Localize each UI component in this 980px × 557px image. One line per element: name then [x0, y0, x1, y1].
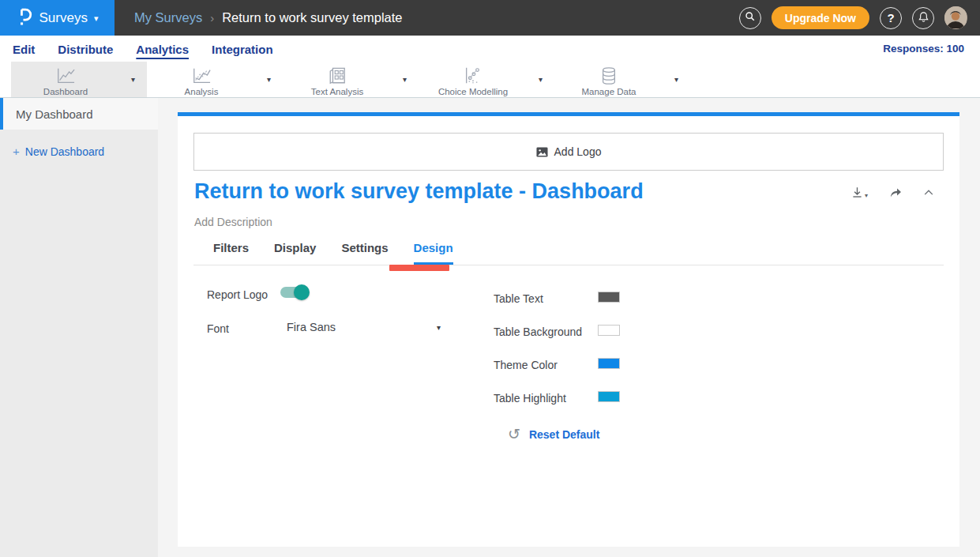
download-button[interactable]: ▾ [850, 186, 868, 199]
table-highlight-label: Table Highlight [494, 392, 566, 405]
sidebar-item-my-dashboard[interactable]: My Dashboard [0, 98, 158, 130]
reset-icon: ↺ [508, 428, 520, 441]
font-dropdown[interactable]: Fira Sans ▾ [287, 318, 441, 337]
chevron-down-icon: ▾ [437, 323, 441, 332]
toolbar-item-manage-data[interactable]: Manage Data ▾ [554, 62, 690, 97]
survey-section-nav: Edit Distribute Analytics Integration Re… [0, 36, 980, 62]
toggle-knob [294, 284, 310, 300]
breadcrumb-separator-icon: › [210, 11, 214, 24]
toolbar-item-label: Analysis [185, 87, 219, 96]
tab-display[interactable]: Display [274, 236, 316, 265]
tab-design[interactable]: Design [414, 236, 453, 265]
search-icon [745, 11, 756, 24]
table-text-color-swatch[interactable] [598, 292, 620, 303]
main-content-area: Add Logo Return to work survey template … [158, 98, 980, 557]
breadcrumb-current: Return to work survey template [222, 10, 402, 25]
toolbar-item-label: Manage Data [581, 87, 636, 96]
toolbar-item-label: Choice Modelling [438, 87, 508, 96]
app-window: Surveys ▾ My Surveys › Return to work su… [0, 0, 980, 557]
breadcrumb: My Surveys › Return to work survey templ… [134, 10, 403, 25]
dashboard-actions: ▾ [850, 186, 934, 199]
toolbar-item-label: Text Analysis [311, 87, 363, 96]
add-logo-label: Add Logo [554, 145, 602, 158]
page-title: Return to work survey template - Dashboa… [194, 179, 644, 204]
red-highlight-annotation [389, 265, 449, 271]
toolbar-item-text-analysis[interactable]: Text Analysis ▾ [283, 62, 419, 97]
tab-settings[interactable]: Settings [341, 236, 388, 265]
product-label: Surveys [39, 10, 88, 26]
theme-color-swatch[interactable] [598, 358, 620, 369]
notifications-button[interactable] [912, 7, 934, 29]
toolbar-item-choice-modelling[interactable]: Choice Modelling ▾ [419, 62, 554, 97]
add-description-field[interactable]: Add Description [194, 216, 272, 228]
table-background-color-swatch[interactable] [598, 325, 620, 336]
product-switcher[interactable]: Surveys ▾ [0, 0, 115, 36]
top-header-bar: Surveys ▾ My Surveys › Return to work su… [0, 0, 980, 36]
database-icon [599, 66, 619, 85]
dashboard-sidebar: My Dashboard + New Dashboard [0, 98, 158, 557]
table-highlight-color-swatch[interactable] [598, 391, 620, 402]
new-dashboard-button[interactable]: + New Dashboard [13, 145, 158, 158]
chevron-down-icon[interactable]: ▾ [267, 75, 271, 84]
new-dashboard-label: New Dashboard [25, 145, 104, 158]
theme-color-label: Theme Color [494, 359, 558, 371]
question-mark-icon: ? [887, 11, 894, 24]
add-logo-button[interactable]: Add Logo [193, 133, 944, 171]
analytics-toolbar: Dashboard ▾ Analysis ▾ Text Analysis ▾ [0, 62, 980, 98]
collapse-chevron-button[interactable] [923, 189, 934, 196]
chevron-down-icon: ▾ [94, 13, 99, 24]
chevron-down-icon[interactable]: ▾ [403, 75, 407, 84]
table-text-label: Table Text [494, 292, 543, 305]
table-background-label: Table Background [494, 326, 582, 338]
body: My Dashboard + New Dashboard Add Logo Re… [0, 98, 980, 557]
tab-filters[interactable]: Filters [213, 236, 249, 265]
nav-item-analytics[interactable]: Analytics [136, 41, 189, 56]
nav-item-distribute[interactable]: Distribute [58, 41, 113, 56]
chevron-down-icon: ▾ [865, 192, 868, 199]
toolbar-item-dashboard[interactable]: Dashboard ▾ [11, 62, 147, 97]
chevron-down-icon[interactable]: ▾ [539, 75, 543, 84]
document-grid-icon [326, 66, 348, 85]
toolbar-item-label: Dashboard [43, 87, 88, 96]
sidebar-item-label: My Dashboard [16, 107, 93, 121]
bell-icon [918, 11, 929, 25]
font-label: Font [207, 322, 229, 335]
report-logo-label: Report Logo [207, 288, 268, 301]
report-logo-toggle[interactable] [280, 287, 307, 298]
topbar-actions: Upgrade Now ? [739, 6, 980, 29]
breadcrumb-my-surveys[interactable]: My Surveys [134, 10, 202, 25]
trend-chart-icon [190, 66, 213, 85]
dashboard-tabs: Filters Display Settings Design [193, 236, 944, 265]
line-chart-icon [54, 66, 77, 85]
chevron-down-icon[interactable]: ▾ [674, 75, 678, 84]
font-selected-value: Fira Sans [287, 321, 336, 333]
reset-default-button[interactable]: ↺ Reset Default [508, 428, 599, 441]
dashboard-card: Add Logo Return to work survey template … [178, 112, 959, 547]
scatter-chart-icon [462, 66, 484, 85]
reset-default-label: Reset Default [529, 428, 599, 441]
user-avatar[interactable] [944, 6, 967, 29]
help-button[interactable]: ? [880, 7, 902, 29]
upgrade-now-button[interactable]: Upgrade Now [772, 6, 869, 29]
plus-icon: + [13, 145, 20, 158]
chevron-down-icon[interactable]: ▾ [131, 75, 135, 84]
toolbar-item-analysis[interactable]: Analysis ▾ [147, 62, 283, 97]
image-icon [536, 146, 548, 158]
nav-item-edit[interactable]: Edit [13, 41, 35, 56]
subnav-items: Edit Distribute Analytics Integration [13, 41, 273, 56]
search-button[interactable] [739, 7, 761, 29]
questionpro-logo-icon [17, 6, 33, 30]
nav-item-integration[interactable]: Integration [212, 41, 273, 56]
share-button[interactable] [888, 186, 903, 199]
responses-count[interactable]: Responses: 100 [883, 43, 964, 55]
